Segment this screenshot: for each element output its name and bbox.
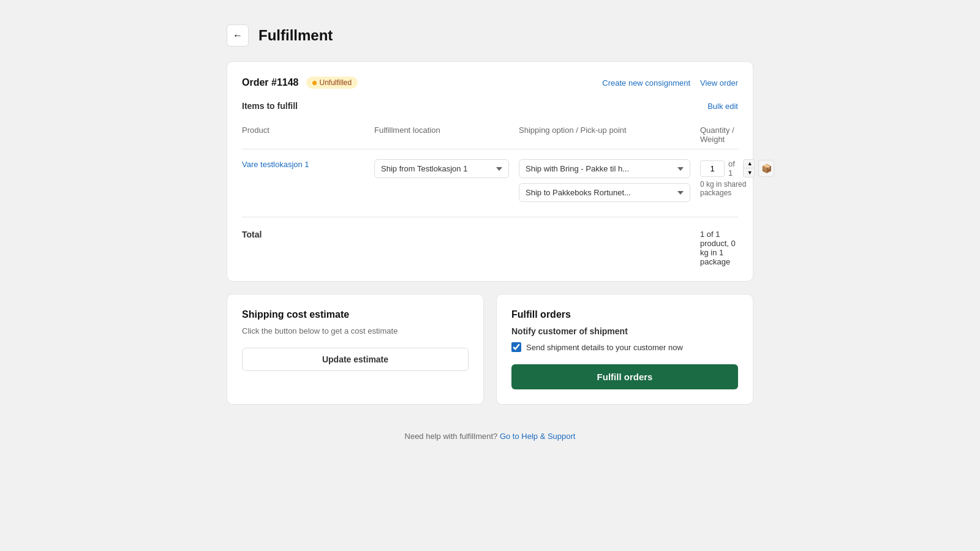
help-support-link[interactable]: Go to Help & Support — [500, 432, 576, 441]
shipping-option-select-2[interactable]: Ship to Pakkeboks Rortunet... — [519, 183, 690, 202]
fulfill-orders-title: Fulfill orders — [511, 309, 738, 320]
fulfillment-location-select[interactable]: Ship from Testlokasjon 1 — [374, 159, 509, 178]
order-card: Order #1148 Unfulfilled Create new consi… — [227, 61, 753, 282]
shipping-cost-desc: Click the button below to get a cost est… — [242, 326, 469, 335]
help-text: Need help with fulfillment? — [405, 432, 498, 441]
shipping-cost-card: Shipping cost estimate Click the button … — [227, 294, 484, 405]
notify-checkbox-row: Send shipment details to your customer n… — [511, 342, 738, 352]
order-header-right: Create new consignment View order — [602, 78, 738, 88]
badge-dot-icon — [312, 81, 317, 85]
total-value: 1 of 1 product, 0 kg in 1 package — [700, 230, 738, 266]
page-header: ← Fulfillment — [227, 24, 753, 47]
col-shipping-option: Shipping option / Pick-up point — [519, 126, 690, 144]
stepper-down-button[interactable]: ▼ — [744, 168, 755, 177]
divider — [242, 217, 738, 217]
back-button[interactable]: ← — [227, 24, 249, 47]
order-number: Order #1148 — [242, 77, 299, 88]
fulfillment-location-cell: Ship from Testlokasjon 1 — [374, 159, 509, 178]
page-title: Fulfillment — [258, 27, 333, 44]
notify-checkbox[interactable] — [511, 342, 521, 352]
update-estimate-button[interactable]: Update estimate — [242, 348, 469, 371]
of-text: of 1 — [728, 159, 739, 178]
stepper-up-button[interactable]: ▲ — [744, 160, 755, 168]
bulk-edit-link[interactable]: Bulk edit — [707, 102, 738, 111]
quantity-stepper[interactable]: ▲ ▼ — [743, 159, 755, 178]
kg-text: 0 kg in shared packages — [700, 180, 774, 197]
status-label: Unfulfilled — [320, 78, 352, 87]
shipping-option-select-1[interactable]: Ship with Bring - Pakke til h... — [519, 159, 690, 178]
bottom-grid: Shipping cost estimate Click the button … — [227, 294, 753, 417]
quantity-cell: of 1 ▲ ▼ 📦 0 kg in shared packages — [700, 159, 774, 197]
package-icon[interactable]: 📦 — [758, 160, 774, 177]
quantity-input[interactable] — [700, 160, 725, 177]
fulfill-orders-button[interactable]: Fulfill orders — [511, 364, 738, 389]
product-link[interactable]: Vare testlokasjon 1 — [242, 160, 309, 169]
col-quantity-weight: Quantity / Weight — [700, 126, 738, 144]
order-header-left: Order #1148 Unfulfilled — [242, 77, 358, 89]
status-badge: Unfulfilled — [306, 77, 358, 89]
shipping-options-cell: Ship with Bring - Pakke til h... Ship to… — [519, 159, 690, 202]
col-fulfillment-location: Fulfillment location — [374, 126, 509, 144]
total-row: Total 1 of 1 product, 0 kg in 1 package — [242, 222, 738, 266]
fulfill-orders-card: Fulfill orders Notify customer of shipme… — [496, 294, 753, 405]
create-consignment-link[interactable]: Create new consignment — [602, 78, 690, 88]
order-header: Order #1148 Unfulfilled Create new consi… — [242, 77, 738, 89]
table-row: Vare testlokasjon 1 Ship from Testlokasj… — [242, 149, 738, 212]
items-section-header: Items to fulfill Bulk edit — [242, 101, 738, 111]
help-footer: Need help with fulfillment? Go to Help &… — [227, 432, 753, 441]
notify-checkbox-label: Send shipment details to your customer n… — [526, 343, 683, 352]
table-header: Product Fulfillment location Shipping op… — [242, 121, 738, 149]
view-order-link[interactable]: View order — [700, 78, 738, 88]
notify-customer-title: Notify customer of shipment — [511, 326, 738, 336]
col-product: Product — [242, 126, 364, 144]
items-to-fulfill-label: Items to fulfill — [242, 101, 298, 111]
quantity-row: of 1 ▲ ▼ 📦 — [700, 159, 774, 178]
shipping-cost-title: Shipping cost estimate — [242, 309, 469, 320]
total-label: Total — [242, 230, 364, 266]
product-cell: Vare testlokasjon 1 — [242, 159, 364, 169]
